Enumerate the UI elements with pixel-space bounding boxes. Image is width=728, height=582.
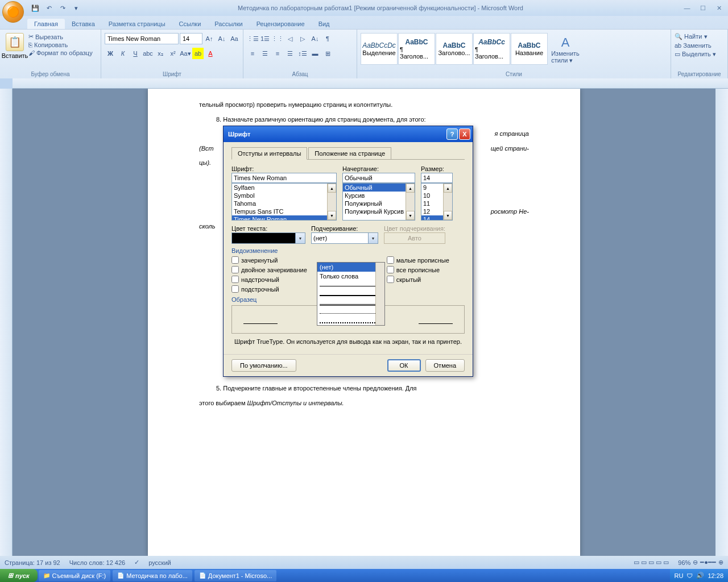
tab-home[interactable]: Главная xyxy=(27,19,65,29)
list-item[interactable]: Times New Roman xyxy=(232,215,336,221)
cut-button[interactable]: ✂Вырезать xyxy=(28,33,93,40)
bullets-button[interactable]: ⋮☰ xyxy=(247,33,258,44)
dialog-tab-indents[interactable]: Отступы и интервалы xyxy=(231,147,307,160)
maximize-button[interactable]: ☐ xyxy=(696,3,710,13)
find-button[interactable]: 🔍 Найти ▾ xyxy=(675,33,716,40)
taskbar-item[interactable]: 📁 Съемный диск (F:) xyxy=(39,570,111,581)
tab-view[interactable]: Вид xyxy=(312,19,337,29)
style-item[interactable]: AaBbCЗаголово... xyxy=(436,33,473,65)
list-item[interactable]: Полужирный xyxy=(343,199,415,207)
italic-button[interactable]: К xyxy=(117,48,129,59)
size-input[interactable] xyxy=(421,173,453,183)
grow-font-icon[interactable]: A↑ xyxy=(204,33,215,44)
list-item[interactable]: Курсив xyxy=(343,192,415,199)
highlight-button[interactable]: ab xyxy=(192,48,204,59)
change-case-button[interactable]: Aa▾ xyxy=(180,48,191,59)
hidden-checkbox[interactable]: скрытый xyxy=(387,276,449,283)
list-item[interactable]: Полужирный Курсив xyxy=(343,207,415,215)
shading-button[interactable]: ▬ xyxy=(309,48,321,59)
change-styles-button[interactable]: A Изменить стили ▾ xyxy=(550,33,581,66)
style-item[interactable]: AaBbCcDcВыделение xyxy=(361,33,398,65)
office-button[interactable]: 🟠 xyxy=(2,1,24,23)
scrollbar[interactable] xyxy=(375,263,384,325)
style-input[interactable] xyxy=(342,173,415,183)
line-spacing-button[interactable]: ↕☰ xyxy=(297,48,308,59)
redo-icon[interactable]: ↷ xyxy=(58,3,67,13)
ok-button[interactable]: ОК xyxy=(387,359,421,372)
taskbar-item[interactable]: 📄 Методичка по лабо... xyxy=(113,570,192,581)
dialog-help-button[interactable]: ? xyxy=(446,128,458,140)
underline-option-single[interactable] xyxy=(320,282,382,290)
undo-icon[interactable]: ↶ xyxy=(44,3,53,13)
smallcaps-checkbox[interactable]: малые прописные xyxy=(387,256,449,264)
align-right-button[interactable]: ≡ xyxy=(272,48,283,59)
tray-icon[interactable]: 🛡 xyxy=(686,572,693,579)
dialog-titlebar[interactable]: Шрифт ? X xyxy=(224,126,473,142)
font-size-combo[interactable]: 14 xyxy=(180,33,202,44)
cancel-button[interactable]: Отмена xyxy=(425,359,465,372)
tab-references[interactable]: Ссылки xyxy=(172,19,208,29)
qat-more-icon[interactable]: ▾ xyxy=(72,3,81,13)
font-listbox[interactable]: Sylfaen Symbol Tahoma Tempus Sans ITC Ti… xyxy=(231,183,337,221)
allcaps-checkbox[interactable]: все прописные xyxy=(387,266,449,273)
format-painter-button[interactable]: 🖌Формат по образцу xyxy=(28,49,93,56)
dialog-close-button[interactable]: X xyxy=(459,128,470,140)
underline-option-double[interactable] xyxy=(320,300,382,308)
style-item[interactable]: AaBbC¶ Заголов... xyxy=(398,33,435,65)
underline-option-dotted[interactable] xyxy=(320,309,382,317)
language-status[interactable]: русский xyxy=(148,559,171,566)
copy-button[interactable]: ⎘Копировать xyxy=(28,41,93,48)
zoom-out-button[interactable]: ⊖ xyxy=(693,559,698,566)
close-button[interactable]: ✕ xyxy=(712,3,726,13)
vertical-scrollbar[interactable] xyxy=(715,89,728,556)
tab-insert[interactable]: Вставка xyxy=(65,19,102,29)
save-icon[interactable]: 💾 xyxy=(31,3,40,13)
select-button[interactable]: ▭ Выделить ▾ xyxy=(675,51,716,58)
font-combo[interactable]: Times New Roman xyxy=(105,33,179,44)
list-item[interactable]: Tempus Sans ITC xyxy=(232,207,336,215)
align-left-button[interactable]: ≡ xyxy=(247,48,258,59)
superscript-button[interactable]: x² xyxy=(167,48,179,59)
indent-right-button[interactable]: ▷ xyxy=(297,33,308,44)
tab-review[interactable]: Рецензирование xyxy=(250,19,312,29)
subscript-checkbox[interactable]: подстрочный xyxy=(231,285,307,293)
default-button[interactable]: По умолчанию... xyxy=(231,359,296,372)
underline-option-dotted-thick[interactable] xyxy=(320,318,382,326)
borders-button[interactable]: ⊞ xyxy=(322,48,333,59)
dialog-tab-position[interactable]: Положение на странице xyxy=(308,147,391,160)
tab-mailings[interactable]: Рассылки xyxy=(208,19,249,29)
zoom-in-button[interactable]: ⊕ xyxy=(718,559,723,566)
text-color-combo[interactable] xyxy=(231,232,305,244)
bold-button[interactable]: Ж xyxy=(105,48,116,59)
scrollbar[interactable] xyxy=(406,184,415,220)
font-color-button[interactable]: A xyxy=(205,48,216,59)
underline-button[interactable]: Ч xyxy=(130,48,141,59)
shrink-font-icon[interactable]: A↓ xyxy=(216,33,228,44)
multilevel-button[interactable]: ⋮⋮ xyxy=(272,33,283,44)
justify-button[interactable]: ☰ xyxy=(284,48,296,59)
horizontal-ruler[interactable] xyxy=(13,78,728,89)
style-gallery[interactable]: AaBbCcDcВыделение AaBbC¶ Заголов... AaBb… xyxy=(361,33,548,65)
subscript-button[interactable]: x₂ xyxy=(155,48,166,59)
clear-format-icon[interactable]: Aa xyxy=(229,33,240,44)
style-item[interactable]: AaBbCНазвание xyxy=(511,33,548,65)
sort-button[interactable]: A↓ xyxy=(309,33,321,44)
numbering-button[interactable]: 1☰ xyxy=(259,33,271,44)
style-listbox[interactable]: Обычный Курсив Полужирный Полужирный Кур… xyxy=(342,183,415,221)
minimize-button[interactable]: — xyxy=(680,3,694,13)
list-item[interactable]: Tahoma xyxy=(232,199,336,207)
taskbar-item[interactable]: 📄 Документ1 - Microso... xyxy=(195,570,276,581)
align-center-button[interactable]: ☰ xyxy=(259,48,271,59)
tray-clock[interactable]: 12:28 xyxy=(708,572,723,579)
underline-option-none[interactable]: (нет) xyxy=(317,263,384,272)
vertical-ruler[interactable] xyxy=(0,89,13,556)
replace-button[interactable]: ab Заменить xyxy=(675,42,716,49)
tray-icon[interactable]: 🔊 xyxy=(696,572,704,579)
style-item[interactable]: AaBbCc¶ Заголов... xyxy=(473,33,510,65)
underline-option-thick[interactable] xyxy=(320,291,382,299)
tab-layout[interactable]: Разметка страницы xyxy=(102,19,172,29)
scrollbar[interactable] xyxy=(443,184,452,220)
zoom-slider[interactable]: ━●━━ xyxy=(700,559,716,566)
scrollbar[interactable] xyxy=(327,184,336,220)
superscript-checkbox[interactable]: надстрочный xyxy=(231,276,307,283)
